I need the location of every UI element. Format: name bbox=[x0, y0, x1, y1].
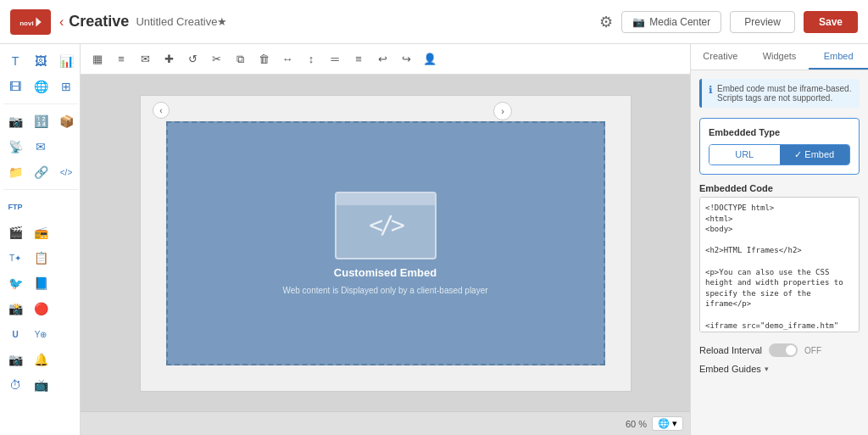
embedded-code-textarea[interactable] bbox=[699, 197, 860, 332]
toolbar-hline-icon[interactable]: ═ bbox=[325, 49, 345, 70]
toolbar-mail-icon[interactable]: ✉ bbox=[135, 49, 155, 70]
embed-guides-label: Embed Guides bbox=[699, 364, 761, 374]
toggle-off-label: OFF bbox=[804, 346, 821, 355]
sidebar-icon-media[interactable]: 🎞 bbox=[3, 75, 27, 98]
sidebar-icon-web[interactable]: 🌐 bbox=[29, 75, 53, 98]
svg-text:novi: novi bbox=[19, 20, 33, 27]
sidebar-icon-rss[interactable]: 📡 bbox=[3, 135, 27, 159]
check-icon: ✓ bbox=[794, 149, 804, 159]
sidebar-icon-email[interactable]: ✉ bbox=[29, 135, 53, 159]
breadcrumb-sub: Untitled Creative★ bbox=[136, 15, 227, 28]
sidebar-icon-text[interactable]: T bbox=[3, 49, 27, 73]
sidebar-icon-instagram[interactable]: 📸 bbox=[3, 297, 27, 321]
reload-row: Reload Interval OFF bbox=[699, 343, 860, 357]
sidebar-icon-folder[interactable]: 📁 bbox=[3, 160, 27, 184]
embed-widget-subtitle: Web content is Displayed only by a clien… bbox=[282, 286, 487, 295]
sidebar-icon-clock[interactable]: ⏱ bbox=[3, 373, 27, 397]
sidebar-icon-list[interactable]: 📋 bbox=[29, 246, 53, 270]
sidebar-icon-chart[interactable]: 📊 bbox=[54, 49, 78, 73]
sidebar-icon-yammer[interactable]: Y⊕ bbox=[29, 322, 53, 346]
toolbar-grid-icon[interactable]: ▦ bbox=[87, 49, 108, 70]
toolbar-align-icon[interactable]: ≡ bbox=[111, 49, 131, 70]
tab-embed[interactable]: Embed bbox=[809, 44, 868, 70]
back-arrow[interactable]: ‹ bbox=[59, 14, 64, 30]
toolbar-delete-icon[interactable]: 🗑 bbox=[253, 49, 274, 70]
embed-type-buttons: URL ✓ Embed bbox=[709, 144, 850, 165]
right-panel-body: ℹ Embed code must be iframe-based. Scrip… bbox=[691, 70, 868, 435]
toolbar-hresize-icon[interactable]: ↔ bbox=[277, 49, 298, 70]
sidebar-icon-blank3 bbox=[54, 195, 78, 219]
sidebar-icon-video[interactable]: 🎬 bbox=[3, 220, 27, 244]
info-box: ℹ Embed code must be iframe-based. Scrip… bbox=[699, 79, 860, 108]
gear-icon[interactable]: ⚙ bbox=[599, 13, 613, 31]
sidebar-icon-camera[interactable]: 📷 bbox=[3, 109, 27, 133]
preview-button[interactable]: Preview bbox=[730, 11, 795, 33]
right-tabs: Creative Widgets Embed bbox=[691, 44, 868, 70]
embed-type-button[interactable]: ✓ Embed bbox=[780, 145, 850, 165]
toolbar-add-icon[interactable]: ✚ bbox=[159, 49, 179, 70]
toolbar: ▦ ≡ ✉ ✚ ↺ ✂ ⧉ 🗑 ↔ ↕ ═ ≡ ↩ ↪ 👤 bbox=[81, 44, 690, 75]
embed-type-label: Embedded Type bbox=[709, 127, 850, 137]
sidebar-icon-notification[interactable]: 🔔 bbox=[29, 348, 53, 371]
info-text: Embed code must be iframe-based. Scripts… bbox=[717, 84, 853, 103]
reload-label: Reload Interval bbox=[699, 345, 762, 355]
toolbar-vresize-icon[interactable]: ↕ bbox=[301, 49, 321, 70]
embed-guides[interactable]: Embed Guides ▾ bbox=[699, 364, 860, 374]
sidebar-icon-grid[interactable]: ⊞ bbox=[54, 75, 78, 98]
sidebar-icon-image[interactable]: 🖼 bbox=[29, 49, 53, 73]
toolbar-copy-icon[interactable]: ⧉ bbox=[230, 49, 250, 70]
sidebar-collapse-button[interactable]: ‹ bbox=[153, 102, 170, 119]
url-type-button[interactable]: URL bbox=[709, 145, 780, 165]
sidebar-icon-webcam[interactable]: 📷 bbox=[3, 348, 27, 371]
embed-type-section: Embedded Type URL ✓ Embed bbox=[699, 118, 860, 175]
sidebar-icon-blank bbox=[54, 135, 78, 159]
chevron-down-icon: ▾ bbox=[765, 365, 769, 373]
tab-creative[interactable]: Creative bbox=[691, 44, 750, 70]
reload-toggle[interactable] bbox=[769, 343, 798, 357]
sidebar-icon-blank2 bbox=[29, 195, 53, 219]
toolbar-undo-icon[interactable]: ↩ bbox=[372, 49, 392, 70]
save-button[interactable]: Save bbox=[804, 11, 858, 33]
zoom-button[interactable]: 🌐 ▾ bbox=[652, 416, 683, 431]
sidebar-icon-code[interactable]: </> bbox=[54, 160, 78, 184]
embed-btn-label: Embed bbox=[804, 149, 834, 159]
toolbar-refresh-icon[interactable]: ↺ bbox=[182, 49, 203, 70]
embed-code-icon: </> bbox=[369, 211, 402, 239]
sidebar-divider-2 bbox=[3, 189, 78, 190]
canvas-bottom-bar: 60 % 🌐 ▾ bbox=[81, 411, 690, 435]
top-bar: novi ‹ Creative Untitled Creative★ ⚙ 📷 M… bbox=[0, 0, 868, 44]
sidebar-icon-facebook[interactable]: 📘 bbox=[29, 271, 53, 295]
sidebar-divider-1 bbox=[3, 103, 78, 104]
sidebar-icon-radio[interactable]: 📻 bbox=[29, 220, 53, 244]
breadcrumb-creative: Creative bbox=[69, 13, 129, 31]
top-bar-right: ⚙ 📷 Media Center Preview Save bbox=[599, 11, 858, 33]
chevron-down-icon: ▾ bbox=[672, 418, 677, 429]
sidebar-icon-box[interactable]: 📦 bbox=[54, 109, 78, 133]
left-sidebar: T 🖼 📊 🎞 🌐 ⊞ 📷 🔢 📦 📡 ✉ 📁 🔗 </> FTP 🎬 📻 T✦ bbox=[0, 44, 81, 435]
sidebar-icon-blank9 bbox=[54, 348, 78, 371]
right-panel-collapse-button[interactable]: › bbox=[493, 102, 512, 120]
right-panel: Creative Widgets Embed ℹ Embed code must… bbox=[690, 44, 868, 435]
embed-icon-box: </> bbox=[335, 192, 437, 259]
media-center-button[interactable]: 📷 Media Center bbox=[621, 11, 721, 33]
sidebar-icon-blank7 bbox=[54, 297, 78, 321]
toolbar-redo-icon[interactable]: ↪ bbox=[396, 49, 416, 70]
sidebar-icon-link[interactable]: 🔗 bbox=[29, 160, 53, 184]
canvas-inner: </> Customised Embed Web content is Disp… bbox=[140, 95, 632, 392]
logo: novi bbox=[10, 9, 51, 35]
embed-widget[interactable]: </> Customised Embed Web content is Disp… bbox=[166, 121, 605, 365]
toolbar-cut-icon[interactable]: ✂ bbox=[206, 49, 226, 70]
canvas-area: ▦ ≡ ✉ ✚ ↺ ✂ ⧉ 🗑 ↔ ↕ ═ ≡ ↩ ↪ 👤 ‹ › </> bbox=[81, 44, 690, 435]
sidebar-icon-youtube[interactable]: 🔴 bbox=[29, 297, 53, 321]
media-center-label: Media Center bbox=[649, 16, 710, 28]
sidebar-icon-ustream[interactable]: U bbox=[3, 322, 27, 346]
sidebar-icon-textplus[interactable]: T✦ bbox=[3, 246, 27, 270]
toolbar-vline-icon[interactable]: ≡ bbox=[348, 49, 369, 70]
sidebar-icon-twitter[interactable]: 🐦 bbox=[3, 271, 27, 295]
sidebar-icon-ftp[interactable]: FTP bbox=[3, 195, 27, 219]
sidebar-icon-number[interactable]: 🔢 bbox=[29, 109, 53, 133]
tab-widgets[interactable]: Widgets bbox=[750, 44, 810, 70]
canvas-content[interactable]: </> Customised Embed Web content is Disp… bbox=[81, 75, 690, 411]
toolbar-user-icon[interactable]: 👤 bbox=[420, 49, 440, 70]
sidebar-icon-screen[interactable]: 📺 bbox=[29, 373, 53, 397]
